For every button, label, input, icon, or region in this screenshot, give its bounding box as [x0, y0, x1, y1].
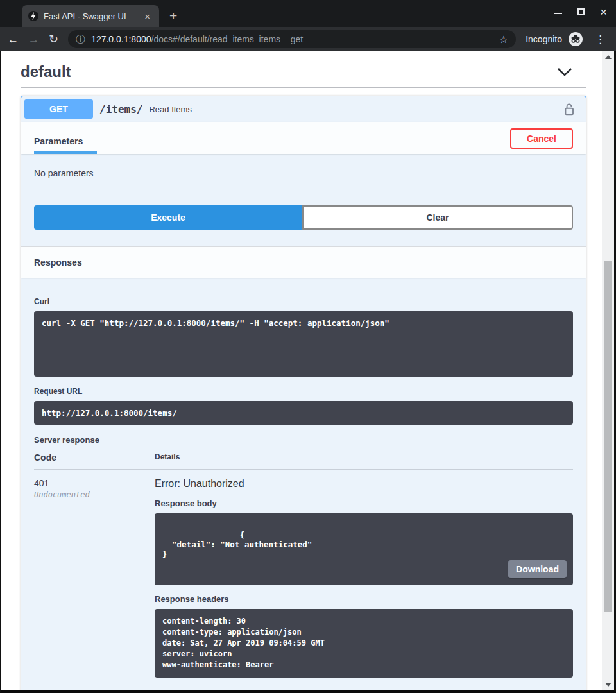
- scrollbar-thumb[interactable]: [604, 261, 612, 612]
- bookmark-star-icon[interactable]: ☆: [499, 33, 508, 46]
- response-body-json: { "detail": "Not authenticated" }: [162, 530, 312, 559]
- browser-toolbar: ← → ↻ ⓘ 127.0.0.1:8000/docs#/default/rea…: [0, 27, 616, 51]
- response-body-label: Response body: [155, 499, 573, 508]
- forward-icon[interactable]: →: [28, 34, 39, 45]
- operation-summary-text: Read Items: [149, 105, 191, 114]
- maximize-button[interactable]: [578, 8, 585, 15]
- opblock-get-items: GET /items/ Read Items Parameters Cancel…: [21, 96, 586, 690]
- new-tab-button[interactable]: +: [169, 9, 177, 22]
- server-response-table: Code Details 401 Undocumented Error: Una…: [34, 452, 573, 678]
- back-icon[interactable]: ←: [8, 34, 19, 45]
- chevron-down-icon[interactable]: [557, 67, 572, 76]
- clear-button[interactable]: Clear: [302, 205, 573, 230]
- request-url-value: http://127.0.0.1:8000/items/: [34, 401, 573, 425]
- window-controls: ×: [554, 8, 607, 15]
- response-details-cell: Error: Unauthorized Response body { "det…: [155, 470, 573, 678]
- minimize-button[interactable]: [554, 10, 562, 14]
- column-header-details: Details: [155, 452, 573, 470]
- operation-path: /items/: [99, 103, 142, 116]
- incognito-icon: [569, 32, 583, 46]
- no-parameters-message: No parameters: [21, 154, 586, 196]
- unlock-icon[interactable]: [563, 103, 575, 116]
- responses-band-title: Responses: [21, 246, 586, 278]
- error-status-text: Error: Unauthorized: [155, 478, 573, 490]
- download-button[interactable]: Download: [508, 560, 567, 578]
- response-headers-block: content-length: 30 content-type: applica…: [155, 609, 573, 678]
- parameters-header: Parameters Cancel: [21, 122, 586, 154]
- tab-strip: Fast API - Swagger UI × + ×: [0, 0, 616, 27]
- curl-command[interactable]: curl -X GET "http://127.0.0.1:8000/items…: [34, 311, 573, 377]
- curl-label: Curl: [34, 297, 573, 306]
- scrollbar[interactable]: [602, 51, 614, 690]
- response-headers-label: Response headers: [155, 594, 573, 604]
- scrollbar-down-arrow-icon[interactable]: [605, 683, 612, 687]
- documented-responses-label: Responses: [34, 689, 573, 690]
- swagger-page: default GET /items/ Read Items: [1, 51, 602, 690]
- page-info-icon[interactable]: ⓘ: [76, 33, 85, 46]
- tab-close-icon[interactable]: ×: [142, 11, 153, 22]
- response-body-block: { "detail": "Not authenticated" } Downlo…: [155, 513, 573, 585]
- url-host: 127.0.0.1:8000: [91, 34, 151, 44]
- operation-summary[interactable]: GET /items/ Read Items: [21, 96, 586, 122]
- section-divider: [21, 87, 586, 88]
- url-path: /docs#/default/read_items_items__get: [151, 34, 304, 44]
- browser-tab[interactable]: Fast API - Swagger UI ×: [22, 5, 159, 27]
- page-viewport: default GET /items/ Read Items: [0, 51, 616, 693]
- execute-row: Execute Clear: [21, 196, 586, 246]
- responses-body: Curl curl -X GET "http://127.0.0.1:8000/…: [21, 278, 586, 690]
- tag-section-header[interactable]: default: [21, 60, 586, 87]
- column-header-code: Code: [34, 452, 155, 470]
- method-badge: GET: [24, 99, 93, 119]
- address-bar[interactable]: ⓘ 127.0.0.1:8000/docs#/default/read_item…: [68, 30, 516, 48]
- server-response-label: Server response: [34, 435, 573, 445]
- execute-button[interactable]: Execute: [34, 205, 302, 230]
- reload-icon[interactable]: ↻: [49, 33, 58, 45]
- browser-menu-icon[interactable]: ⋮: [592, 33, 608, 46]
- scrollbar-up-arrow-icon[interactable]: [605, 55, 612, 59]
- favicon-fastapi-icon: [28, 11, 38, 21]
- status-code: 401: [34, 478, 155, 488]
- window-close-button[interactable]: ×: [600, 8, 607, 15]
- tab-parameters[interactable]: Parameters: [34, 136, 97, 154]
- undocumented-note: Undocumented: [34, 490, 155, 499]
- incognito-label: Incognito: [526, 34, 562, 44]
- request-url-label: Request URL: [34, 387, 573, 396]
- cancel-button[interactable]: Cancel: [510, 128, 573, 149]
- tab-title: Fast API - Swagger UI: [44, 12, 137, 21]
- incognito-indicator: Incognito: [526, 32, 583, 46]
- browser-window: Fast API - Swagger UI × + × ← → ↻ ⓘ 127.…: [0, 0, 616, 693]
- url-text: 127.0.0.1:8000/docs#/default/read_items_…: [91, 34, 303, 44]
- response-code-cell: 401 Undocumented: [34, 470, 155, 678]
- tag-title: default: [21, 63, 71, 81]
